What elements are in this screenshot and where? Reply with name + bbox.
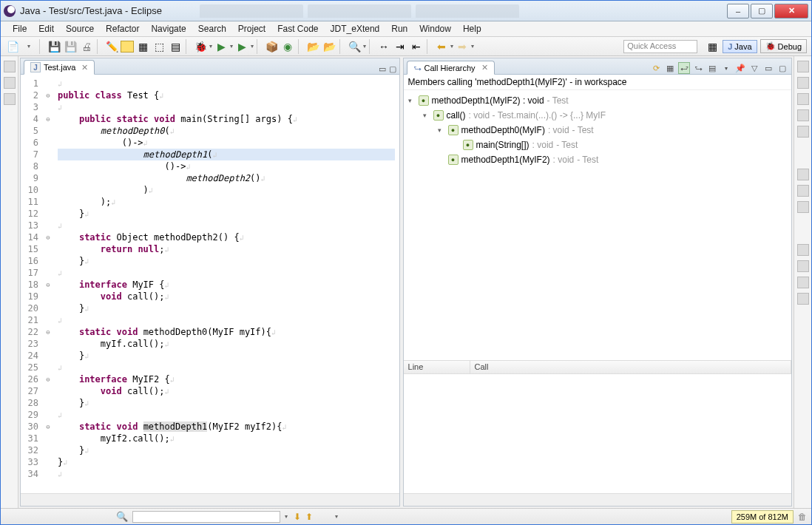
find-prev-icon[interactable]: ⬆ [305,512,313,522]
misc1-icon[interactable] [797,244,809,256]
editor-tab[interactable]: J Test.java ✕ [24,60,95,75]
find-icon[interactable]: 🔍 [116,511,128,522]
code-line[interactable]: ↲ [58,314,395,326]
tree-row[interactable]: ▾●call() : void - Test.main(...).() -> {… [408,108,787,123]
code-line[interactable]: methodDepth2()↲ [58,172,395,184]
code-line[interactable]: methodDepth1(↲ [58,149,395,160]
package-explorer-icon[interactable] [4,61,16,72]
open-perspective-icon[interactable]: ▦ [705,39,720,54]
minimize-view-icon[interactable]: ▭ [379,64,386,74]
menu-run[interactable]: Run [385,21,413,36]
code-line[interactable]: void call();↲ [58,291,395,302]
menu-refactor[interactable]: Refactor [100,21,145,36]
close-button[interactable]: ✕ [774,4,808,18]
code-line[interactable]: static void methodDepth0(MyIF myIf){↲ [58,326,395,338]
code-line[interactable]: }↲ [58,444,395,456]
cancel-icon[interactable]: ▦ [664,62,676,74]
callers-icon[interactable]: ⮐ [678,62,690,74]
code-line[interactable]: myIf2.call();↲ [58,433,395,444]
menu-edit[interactable]: Edit [33,21,60,36]
code-line[interactable]: myIf.call();↲ [58,338,395,350]
close-tab-icon[interactable]: ✕ [81,63,88,72]
code-line[interactable]: ↲ [58,267,395,279]
run-icon[interactable]: ▶ [214,39,229,54]
tree-row[interactable]: ●main(String[]) : void - Test [408,138,787,152]
debug-icon[interactable]: 🐞 [193,39,208,54]
view-menu-icon[interactable]: ▽ [748,62,760,74]
menu-fast code[interactable]: Fast Code [271,21,324,36]
code-line[interactable]: static Object methodDepth2() {↲ [58,231,395,243]
wand-icon[interactable]: ✏️ [104,39,119,54]
code-line[interactable]: }↲ [58,208,395,220]
menu-window[interactable]: Window [413,21,457,36]
gc-icon[interactable]: 🗑 [798,512,807,522]
new-icon[interactable]: 📄 [5,39,20,54]
call-hierarchy-tree[interactable]: ▾●methodDepth1(MyIF2) : void - Test▾●cal… [404,90,791,360]
code-line[interactable]: ()->↲ [58,137,395,149]
minimize-button[interactable]: – [727,4,749,18]
problems-icon[interactable] [797,93,809,105]
menu-file[interactable]: File [7,21,33,36]
find-input[interactable] [132,511,280,523]
code-line[interactable]: ↲ [58,409,395,421]
run-ext-icon[interactable]: ▶ [234,39,249,54]
save-all-icon[interactable]: 💾 [63,39,78,54]
min-icon[interactable]: ▭ [762,62,774,74]
code-line[interactable]: interface MyIF2 {↲ [58,373,395,385]
misc3-icon[interactable] [797,277,809,288]
code-line[interactable]: ↲ [58,78,395,89]
declaration-icon[interactable] [797,201,809,213]
code-line[interactable]: ↲ [58,220,395,231]
horizontal-scrollbar[interactable] [21,493,399,506]
menu-jdt_extend[interactable]: JDT_eXtend [325,21,386,36]
code-line[interactable]: interface MyIF {↲ [58,279,395,291]
code-line[interactable]: }↲ [58,456,395,468]
search-icon[interactable]: 🔍 [347,39,362,54]
print-icon[interactable]: 🖨 [79,39,94,54]
code-line[interactable]: methodDepth0(↲ [58,125,395,137]
code-line[interactable]: )↲ [58,184,395,196]
highlight-icon[interactable] [121,41,134,52]
code-line[interactable]: }↲ [58,350,395,362]
code-line[interactable]: return null;↲ [58,243,395,255]
maximize-view-icon[interactable]: ▢ [389,64,396,74]
table-icon[interactable]: ▤ [168,39,183,54]
hierarchy-icon[interactable] [4,93,16,105]
code-line[interactable]: ↲ [58,101,395,113]
menu-source[interactable]: Source [60,21,100,36]
tree-row[interactable]: ▾●methodDepth0(MyIF) : void - Test [408,123,787,138]
bookmark-icon[interactable] [797,109,809,121]
tree-row[interactable]: ▾●methodDepth1(MyIF2) : void - Test [408,93,787,108]
outline2-icon[interactable] [797,126,809,138]
history-icon[interactable]: ▤ [706,62,718,74]
menu-search[interactable]: Search [192,21,232,36]
refresh-icon[interactable]: ⟳ [650,62,662,74]
close-hierarchy-icon[interactable]: ✕ [481,63,488,72]
code-line[interactable]: ↲ [58,362,395,373]
menu-navigate[interactable]: Navigate [145,21,192,36]
outline-icon[interactable] [4,77,16,89]
step2-icon[interactable]: ⇤ [409,39,424,54]
tasks-icon[interactable] [797,61,809,72]
code-line[interactable]: );↲ [58,196,395,208]
quick-access-input[interactable]: Quick Access [623,40,697,53]
menu-help[interactable]: Help [457,21,487,36]
javadoc-icon[interactable] [797,185,809,197]
code-line[interactable]: }↲ [58,255,395,267]
column-call[interactable]: Call [470,361,791,373]
code-area[interactable]: ↲public class Test {↲↲ public static voi… [53,75,399,493]
code-line[interactable]: ↲ [58,468,395,480]
code-line[interactable]: void call();↲ [58,385,395,397]
column-line[interactable]: Line [404,361,470,373]
code-line[interactable]: static void methodDepth1(MyIF2 myIf2){↲ [58,421,395,433]
find-next-icon[interactable]: ⬇ [294,512,301,522]
callees-icon[interactable]: ⮑ [692,62,704,74]
back-icon[interactable]: ⬅ [434,39,449,54]
box-icon[interactable]: ⬚ [152,39,166,54]
menu-project[interactable]: Project [232,21,271,36]
perspective-debug[interactable]: 🐞Debug [760,39,807,53]
console-icon[interactable] [797,169,809,180]
step-icon[interactable]: ⇥ [393,39,407,54]
folder-icon[interactable]: 📂 [305,39,320,54]
maximize-button[interactable]: ▢ [751,4,773,18]
